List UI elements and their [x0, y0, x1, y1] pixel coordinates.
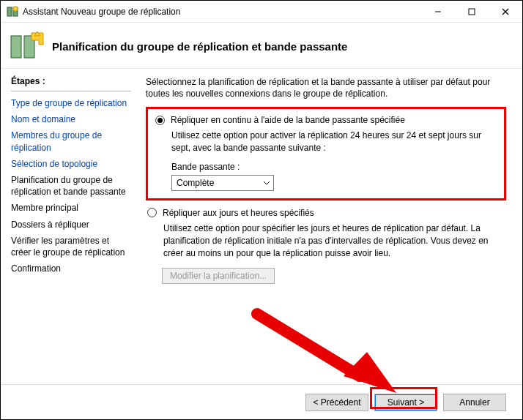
steps-sidebar: Étapes : Type de groupe de réplication N… [1, 69, 140, 384]
wizard-content: Sélectionnez la planification de réplica… [140, 69, 522, 384]
svg-rect-4 [469, 9, 475, 15]
titlebar: Assistant Nouveau groupe de réplication [1, 1, 522, 23]
option-scheduled-desc: Utilisez cette option pour spécifier les… [163, 222, 506, 259]
option-continuous-row: Répliquer en continu à l'aide de la band… [155, 115, 497, 125]
wizard-header: Planification du groupe de réplication e… [1, 23, 522, 69]
chevron-down-icon [263, 179, 270, 187]
sidebar-item-confirmation: Confirmation [11, 263, 131, 274]
wizard-icon [10, 30, 45, 62]
sidebar-item-primary: Membre principal [11, 202, 131, 214]
wizard-body: Étapes : Type de groupe de réplication N… [1, 69, 522, 384]
window-title: Assistant Nouveau groupe de réplication [23, 7, 421, 17]
app-icon [7, 6, 18, 18]
next-button[interactable]: Suivant > [374, 394, 437, 411]
option-scheduled-row: Répliquer aux jours et heures spécifiés [147, 208, 506, 218]
option-continuous-highlight: Répliquer en continu à l'aide de la band… [146, 107, 506, 200]
wizard-window: Assistant Nouveau groupe de réplication … [0, 0, 523, 420]
sidebar-item-schedule: Planification du groupe de réplication e… [11, 174, 131, 198]
window-buttons [421, 1, 522, 22]
minimize-button[interactable] [421, 1, 455, 22]
intro-text: Sélectionnez la planification de réplica… [146, 76, 506, 100]
maximize-button[interactable] [455, 1, 489, 22]
radio-continuous[interactable] [155, 116, 165, 125]
cancel-button[interactable]: Annuler [443, 394, 506, 411]
wizard-footer: < Précédent Suivant > Annuler [1, 384, 522, 419]
svg-rect-7 [11, 36, 21, 58]
sidebar-item-members[interactable]: Membres du groupe de réplication [11, 130, 131, 153]
steps-heading: Étapes : [11, 76, 131, 86]
bandwidth-select[interactable]: Complète [171, 175, 274, 191]
close-button[interactable] [489, 1, 522, 22]
bandwidth-label: Bande passante : [171, 162, 497, 172]
radio-scheduled[interactable] [147, 208, 157, 217]
sidebar-item-topology[interactable]: Sélection de topologie [11, 158, 131, 170]
previous-button[interactable]: < Précédent [305, 394, 368, 411]
sidebar-item-folders: Dossiers à répliquer [11, 219, 131, 230]
svg-point-2 [13, 6, 18, 10]
option-continuous-desc: Utilisez cette option pour activer la ré… [171, 130, 497, 154]
bandwidth-select-value: Complète [177, 178, 214, 188]
option-scheduled-label: Répliquer aux jours et heures spécifiés [163, 208, 314, 218]
svg-rect-0 [7, 7, 12, 16]
option-continuous-label: Répliquer en continu à l'aide de la band… [171, 115, 405, 125]
sidebar-item-name-domain[interactable]: Nom et domaine [11, 113, 131, 125]
steps-divider [11, 91, 131, 91]
edit-schedule-button: Modifier la planification... [162, 268, 275, 284]
sidebar-item-review: Vérifier les paramètres et créer le grou… [11, 235, 131, 258]
page-title: Planification du groupe de réplication e… [52, 40, 347, 53]
sidebar-item-group-type[interactable]: Type de groupe de réplication [11, 97, 131, 109]
